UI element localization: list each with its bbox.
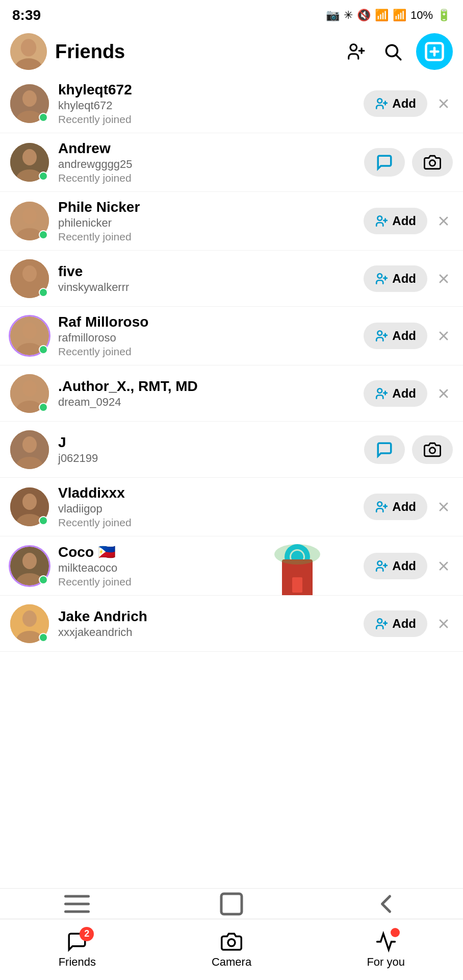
header-actions — [343, 33, 453, 70]
svg-point-56 — [22, 436, 37, 453]
add-friend-button[interactable]: Add — [364, 610, 427, 637]
friend-actions: Add — [364, 265, 453, 292]
svg-rect-86 — [221, 894, 242, 914]
dismiss-button[interactable] — [434, 212, 453, 230]
add-friend-button[interactable]: Add — [364, 265, 427, 292]
volume-icon: 🔇 — [357, 9, 371, 22]
friend-status: Recently joined — [58, 113, 364, 126]
system-nav-bar — [0, 888, 463, 919]
dismiss-button[interactable] — [434, 615, 453, 633]
search-button[interactable] — [379, 38, 406, 65]
wifi-icon: 📶 — [375, 9, 389, 22]
friend-item: VladdixxxvladiigopRecently joined Add — [0, 478, 463, 536]
svg-point-78 — [378, 619, 382, 623]
add-friend-button[interactable]: Add — [364, 553, 427, 579]
user-avatar[interactable] — [10, 33, 47, 70]
svg-point-32 — [22, 265, 37, 282]
online-indicator — [39, 230, 48, 239]
svg-point-3 — [350, 44, 357, 51]
friend-status: Recently joined — [58, 346, 364, 358]
friend-actions: Add — [364, 90, 453, 117]
home-button[interactable] — [216, 894, 247, 914]
add-friend-button[interactable]: Add — [364, 323, 427, 349]
friend-avatar — [10, 316, 49, 355]
friend-item: Phile NickerphilenickerRecently joined A… — [0, 192, 463, 251]
svg-point-48 — [22, 380, 37, 397]
svg-point-58 — [429, 447, 435, 453]
chat-button[interactable] — [364, 148, 405, 177]
friends-nav-label: Friends — [59, 955, 96, 969]
recent-apps-button[interactable] — [62, 894, 92, 914]
friend-info: Jake Andrichxxxjakeandrich — [58, 608, 364, 639]
friend-avatar — [10, 547, 49, 585]
friend-username: xxxjakeandrich — [58, 626, 364, 639]
online-indicator — [39, 172, 48, 181]
friend-actions — [364, 148, 453, 177]
friend-username: j062199 — [58, 452, 364, 465]
friend-info: Phile NickerphilenickerRecently joined — [58, 199, 364, 243]
svg-point-14 — [378, 99, 382, 103]
friend-avatar — [10, 143, 49, 182]
friend-info: Andrewandrewgggg25Recently joined — [58, 140, 364, 184]
online-indicator — [39, 113, 48, 122]
svg-point-24 — [22, 208, 37, 224]
nav-friends[interactable]: 2 Friends — [0, 919, 155, 980]
add-friend-button[interactable] — [343, 38, 369, 65]
new-snap-button[interactable] — [416, 33, 453, 70]
friend-avatar — [10, 487, 49, 526]
add-friend-button[interactable]: Add — [364, 90, 427, 117]
friend-username: dream_0924 — [58, 396, 364, 409]
dismiss-button[interactable] — [434, 557, 453, 575]
friend-item: khyleqt672khyleqt672Recently joined Add — [0, 75, 463, 133]
friend-actions — [364, 435, 453, 464]
friends-header: Friends — [0, 29, 463, 75]
online-indicator — [39, 345, 48, 354]
svg-point-26 — [378, 216, 382, 220]
friends-badge: 2 — [80, 927, 94, 941]
friend-actions: Add — [364, 208, 453, 234]
add-friend-button[interactable]: Add — [364, 494, 427, 520]
friend-item: Raf MillorosorafmillorosoRecently joined… — [0, 307, 463, 365]
friend-info: Raf MillorosorafmillorosoRecently joined — [58, 314, 364, 358]
friend-display-name: .Author_X., RMT, MD — [58, 378, 364, 395]
svg-point-50 — [378, 388, 382, 393]
friend-info: VladdixxxvladiigopRecently joined — [58, 485, 364, 529]
svg-point-60 — [22, 494, 37, 510]
nav-foryou[interactable]: For you — [308, 919, 463, 980]
friend-status: Recently joined — [58, 231, 364, 243]
online-indicator — [39, 403, 48, 412]
add-friend-button[interactable]: Add — [364, 208, 427, 234]
friend-info: Jj062199 — [58, 434, 364, 465]
svg-point-70 — [378, 561, 382, 566]
dismiss-button[interactable] — [434, 270, 453, 288]
status-icons: 📷 ✳ 🔇 📶 📶 10% 🔋 — [326, 9, 451, 22]
friend-avatar — [10, 374, 49, 413]
online-indicator — [39, 575, 48, 584]
svg-point-20 — [22, 149, 37, 165]
friend-avatar — [10, 202, 49, 240]
svg-point-34 — [378, 274, 382, 278]
camera-snap-button[interactable] — [412, 148, 453, 177]
camera-snap-button[interactable] — [412, 435, 453, 464]
friend-avatar — [10, 84, 49, 123]
add-friend-button[interactable]: Add — [364, 380, 427, 407]
back-button[interactable] — [371, 894, 401, 914]
dismiss-button[interactable] — [434, 384, 453, 403]
online-indicator — [39, 516, 48, 525]
dismiss-button[interactable] — [434, 327, 453, 345]
camera-icon: 📷 — [326, 9, 340, 22]
friend-avatar — [10, 259, 49, 298]
svg-point-87 — [228, 939, 235, 946]
camera-nav-icon — [221, 931, 242, 952]
friend-info: fivevinskywalkerrr — [58, 263, 364, 294]
svg-line-7 — [396, 55, 401, 60]
nav-camera[interactable]: Camera — [155, 919, 309, 980]
dismiss-button[interactable] — [434, 94, 453, 113]
chat-button[interactable] — [364, 435, 405, 464]
friend-status: Recently joined — [58, 517, 364, 529]
dismiss-button[interactable] — [434, 498, 453, 516]
foryou-nav-icon — [375, 931, 397, 952]
friend-actions: Add — [364, 323, 453, 349]
svg-point-42 — [378, 331, 382, 335]
friend-item: Jake Andrichxxxjakeandrich Add — [0, 596, 463, 652]
